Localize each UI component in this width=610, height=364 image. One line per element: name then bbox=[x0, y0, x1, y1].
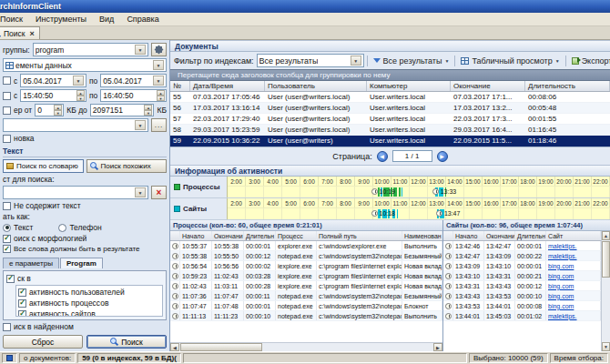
export-list-button[interactable]: Экспорт списка ▼ bbox=[569, 56, 610, 66]
column-header[interactable]: Процесс bbox=[276, 231, 317, 240]
menu-item-Инструменты[interactable]: Инструменты bbox=[29, 13, 93, 25]
not-contains-checkbox[interactable] bbox=[3, 202, 11, 210]
spinner-buttons[interactable]: ▲▼ bbox=[54, 105, 62, 116]
checkbox[interactable] bbox=[18, 299, 26, 308]
all-results-button[interactable]: Все результаты ▼ bbox=[371, 56, 452, 66]
site-link[interactable]: bing.com bbox=[546, 281, 601, 290]
column-header[interactable]: Длительность bbox=[525, 81, 610, 91]
browse-button[interactable]: ... bbox=[151, 118, 167, 132]
processes-timeline-band[interactable]: 2:003:004:005:006:007:008:009:0010:0011:… bbox=[227, 177, 610, 197]
activity-option[interactable]: активность пользователей bbox=[18, 288, 160, 297]
site-link[interactable]: bing.com bbox=[546, 291, 601, 300]
table-row[interactable]: 13:43:3113:43:4300:00:12bing.com bbox=[443, 281, 601, 291]
prev-page-button[interactable]: ◀ bbox=[377, 151, 388, 162]
tab-search[interactable]: Поиск × bbox=[0, 26, 40, 39]
size-from-input[interactable]: 0 ▲▼ bbox=[35, 104, 64, 116]
table-row[interactable]: 10:55:3710:55:3800:00:01explorer.exec:\w… bbox=[170, 241, 442, 251]
table-row[interactable]: 11:07:4711:07:4800:00:01notepad.exec:\wi… bbox=[170, 301, 442, 311]
table-row[interactable]: 13:43:4313:43:5300:00:10bing.com bbox=[443, 291, 601, 301]
chevron-down-icon[interactable]: ▼ bbox=[351, 56, 361, 66]
menu-item-Поиск[interactable]: Поиск bbox=[0, 13, 29, 25]
groups-combo[interactable]: program ▼ bbox=[33, 43, 148, 56]
date-from-picker[interactable]: 05.04.2017 ▼ bbox=[20, 74, 86, 87]
document-row[interactable]: 5507.03.2017 17:05:46User (user@writers.… bbox=[170, 92, 610, 103]
table-row[interactable]: 11:07:3611:07:4700:00:11notepad.exec:\wi… bbox=[170, 291, 442, 301]
site-link[interactable]: malektips. bbox=[546, 251, 601, 260]
column-header[interactable]: Компьютер bbox=[367, 81, 451, 91]
menu-item-Вид[interactable]: Вид bbox=[93, 13, 120, 25]
spinner-buttons[interactable]: ▲▼ bbox=[144, 105, 152, 116]
horizontal-scrollbar[interactable]: ◀ ▶ bbox=[170, 342, 442, 351]
spinner-buttons[interactable]: ▲▼ bbox=[76, 90, 85, 101]
groupby-bar[interactable]: Перетащите сюда заголовок столбца для гр… bbox=[170, 69, 610, 81]
table-row[interactable]: 13:43:0913:43:1000:00:01bing.com bbox=[443, 261, 601, 271]
scrollbar-thumb[interactable] bbox=[180, 343, 262, 351]
title-bar[interactable]: SearchInformClient bbox=[0, 0, 610, 13]
radio-phone[interactable] bbox=[58, 224, 66, 232]
search-in-found-checkbox[interactable] bbox=[3, 323, 11, 331]
chevron-down-icon[interactable]: ▼ bbox=[153, 60, 164, 70]
similar-search-tab-button[interactable]: Поиск похожих bbox=[86, 159, 168, 173]
vertical-scrollbar[interactable]: ▲ ▼ bbox=[601, 231, 610, 351]
time-to-input[interactable]: 16:40:50 ▲▼ bbox=[100, 89, 167, 102]
morphology-checkbox[interactable] bbox=[3, 235, 11, 243]
table-row[interactable]: 13:42:4713:43:0900:00:22malektips. bbox=[443, 251, 601, 261]
column-header[interactable]: № bbox=[170, 81, 190, 91]
column-header[interactable]: Длительн bbox=[515, 231, 546, 240]
menu-item-Справка[interactable]: Справка bbox=[120, 13, 165, 25]
chevron-down-icon[interactable]: ▼ bbox=[153, 76, 164, 86]
search-button[interactable]: Поиск bbox=[86, 335, 167, 349]
activity-option[interactable]: активность сайтов bbox=[18, 309, 160, 317]
site-link[interactable]: bing.com bbox=[546, 271, 601, 280]
size-filter-checkbox[interactable] bbox=[3, 106, 11, 115]
column-header[interactable]: Пользователь bbox=[265, 81, 367, 91]
date-filter-checkbox[interactable] bbox=[3, 76, 11, 85]
document-row[interactable]: 5722.03.2017 17:29:40User (user@writers.… bbox=[170, 114, 610, 125]
scrollbar-thumb[interactable] bbox=[602, 241, 610, 278]
site-link[interactable]: bing.com bbox=[546, 301, 601, 310]
all-words-checkbox[interactable] bbox=[3, 245, 11, 253]
site-link[interactable]: malektips. bbox=[546, 241, 601, 250]
tab-program[interactable]: Program bbox=[60, 258, 103, 268]
data-elements-combo[interactable]: ементы данных ▼ bbox=[3, 58, 167, 72]
table-row[interactable]: 11:11:1311:11:2300:00:10notepad.exec:\wi… bbox=[170, 311, 442, 321]
checkbox[interactable] bbox=[18, 288, 26, 297]
table-row[interactable]: 13:43:1013:43:3100:00:21bing.com bbox=[443, 271, 601, 281]
chevron-down-icon[interactable]: ▼ bbox=[135, 120, 146, 130]
column-header[interactable]: Начало bbox=[453, 231, 484, 240]
scroll-left-icon[interactable]: ◀ bbox=[170, 343, 179, 351]
time-filter-checkbox[interactable] bbox=[3, 92, 11, 100]
table-row[interactable]: 11:02:4311:03:1100:00:28iexplore.exec:\p… bbox=[170, 281, 442, 291]
table-row[interactable]: 10:56:5410:56:5600:00:02iexplore.exec:\p… bbox=[170, 261, 442, 271]
column-header[interactable]: Дата/Время bbox=[190, 81, 265, 91]
size-to-input[interactable]: 2097151 ▲▼ bbox=[90, 104, 155, 116]
site-link[interactable]: bing.com bbox=[546, 261, 601, 270]
spinner-buttons[interactable]: ▲▼ bbox=[157, 90, 165, 101]
search-text-combo[interactable]: ▼ bbox=[3, 186, 148, 199]
extra-checkbox[interactable] bbox=[3, 135, 11, 143]
table-row[interactable]: 10:55:3810:55:5000:00:12notepad.exec:\wi… bbox=[170, 251, 442, 261]
document-row[interactable]: 5829.03.2017 15:23:59User (user@writers.… bbox=[170, 125, 610, 136]
chevron-down-icon[interactable]: ▼ bbox=[135, 45, 146, 55]
sites-timeline-band[interactable]: 2:003:004:005:006:007:008:009:0010:0011:… bbox=[227, 198, 610, 219]
column-header[interactable]: Длительн bbox=[244, 231, 276, 240]
table-row[interactable]: 13:43:5313:44:0100:00:08bing.com bbox=[443, 301, 601, 311]
date-to-picker[interactable]: 05.04.2017 ▼ bbox=[100, 74, 167, 87]
column-header[interactable]: Сайт bbox=[546, 231, 601, 240]
settings-button[interactable] bbox=[151, 43, 167, 56]
scroll-right-icon[interactable]: ▶ bbox=[433, 343, 442, 351]
table-row[interactable]: 13:44:0113:45:0300:01:02malektips. bbox=[443, 311, 601, 321]
tab-common-params[interactable]: е параметры bbox=[3, 258, 59, 268]
column-header[interactable]: Окончани bbox=[212, 231, 244, 240]
next-page-button[interactable]: ▶ bbox=[437, 151, 448, 162]
site-link[interactable]: malektips. bbox=[546, 311, 601, 320]
table-view-button[interactable]: Табличный просмотр ▼ bbox=[458, 56, 562, 66]
dictionary-search-button[interactable]: Поиск по словарю bbox=[3, 159, 84, 173]
column-header[interactable]: Наименован bbox=[402, 231, 442, 240]
reset-button[interactable]: Сброс bbox=[3, 335, 83, 349]
column-header[interactable]: Окончани bbox=[484, 231, 515, 240]
time-from-input[interactable]: 15:40:50 ▲▼ bbox=[20, 89, 86, 102]
search-in-checkbox[interactable] bbox=[6, 275, 15, 283]
table-row[interactable]: 13:42:4613:42:4700:00:01malektips. bbox=[443, 241, 601, 251]
activity-option[interactable]: активность процессов bbox=[18, 298, 160, 308]
